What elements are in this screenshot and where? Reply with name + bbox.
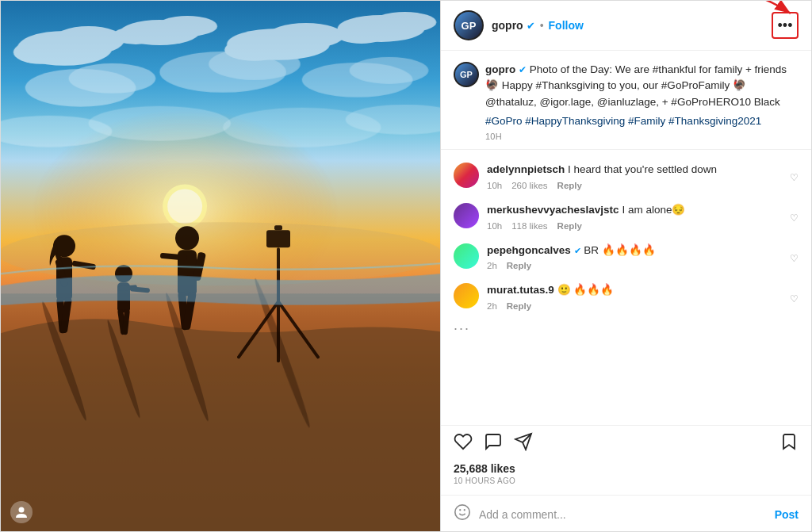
comment-body-merkushevvy: merkushevvyacheslavjstc I am alone😔 10h … xyxy=(487,203,782,231)
comment-meta-pepeh: 2h Reply xyxy=(487,261,782,270)
comment-item: adelynnpietsch I heard that you're settl… xyxy=(441,156,811,197)
red-arrow-annotation xyxy=(731,1,802,24)
reply-button-pepeh[interactable]: Reply xyxy=(507,261,531,270)
svg-point-55 xyxy=(19,507,25,513)
svg-point-18 xyxy=(350,57,429,84)
reply-button-merkushevvy[interactable]: Reply xyxy=(557,221,582,231)
dot-separator: • xyxy=(540,19,544,32)
silhouettes-svg xyxy=(1,213,440,532)
comment-username-pepeh[interactable]: pepehgoncalves xyxy=(487,244,571,256)
comment-input-area: Post xyxy=(441,495,811,532)
header-username-wrap: gopro ✔ • Follow xyxy=(492,19,765,32)
comment-likes-merkushevvy: 118 likes xyxy=(511,221,547,231)
comment-body-murat: murat.tutas.9 🙂 🔥🔥🔥 2h Reply xyxy=(487,283,782,311)
comment-text-merkushevvy: merkushevvyacheslavjstc I am alone😔 xyxy=(487,203,782,218)
pepeh-verified: ✔ xyxy=(574,246,581,255)
reply-button-adelynn[interactable]: Reply xyxy=(557,181,582,190)
post-header: GP gopro ✔ • Follow ••• xyxy=(441,1,811,51)
comments-area: adelynnpietsch I heard that you're settl… xyxy=(441,150,811,425)
comment-avatar-adelynn xyxy=(454,163,479,188)
svg-point-20 xyxy=(88,106,231,141)
comment-text-adelynn: adelynnpietsch I heard that you're settl… xyxy=(487,163,782,178)
caption-avatar: GP xyxy=(454,62,479,87)
caption-text: gopro ✔ Photo of the Day: We are #thankf… xyxy=(485,62,799,110)
comment-avatar-pepeh xyxy=(454,243,479,269)
header-username[interactable]: gopro xyxy=(492,19,523,32)
comment-like-icon-murat[interactable]: ♡ xyxy=(790,293,799,304)
like-button[interactable] xyxy=(454,432,473,456)
post-time-ago: 10 HOURS AGO xyxy=(454,477,799,485)
more-comments-ellipsis[interactable]: ··· xyxy=(441,317,811,340)
likes-count: 25,688 likes xyxy=(454,462,799,475)
svg-point-39 xyxy=(175,227,199,251)
action-bar: 25,688 likes 10 HOURS AGO xyxy=(441,425,811,495)
comment-avatar-merkushevvy xyxy=(454,203,479,228)
comment-item: pepehgoncalves ✔ BR 🔥🔥🔥🔥 2h Reply ♡ xyxy=(441,237,811,277)
svg-rect-45 xyxy=(266,231,290,248)
comment-time-pepeh: 2h xyxy=(487,261,497,270)
comment-content-adelynn: I heard that you're settled down xyxy=(568,163,717,175)
comment-meta-merkushevvy: 10h 118 likes Reply xyxy=(487,221,782,231)
svg-point-6 xyxy=(112,27,159,44)
svg-point-16 xyxy=(209,48,301,80)
caption-verified: ✔ xyxy=(519,64,527,75)
comment-like-icon-merkushevvy[interactable]: ♡ xyxy=(790,212,799,224)
caption-username[interactable]: gopro xyxy=(485,63,515,75)
svg-point-5 xyxy=(157,16,217,36)
emoji-button[interactable] xyxy=(454,503,471,525)
svg-rect-46 xyxy=(274,226,282,231)
svg-point-3 xyxy=(13,40,69,64)
comment-text-murat: murat.tutas.9 🙂 🔥🔥🔥 xyxy=(487,283,782,298)
comment-body-pepeh: pepehgoncalves ✔ BR 🔥🔥🔥🔥 2h Reply xyxy=(487,243,782,271)
comment-username-murat[interactable]: murat.tutas.9 xyxy=(487,284,554,296)
caption-time: 10h xyxy=(485,132,799,141)
comment-item: murat.tutas.9 🙂 🔥🔥🔥 2h Reply ♡ xyxy=(441,277,811,317)
comment-body-adelynn: adelynnpietsch I heard that you're settl… xyxy=(487,163,782,190)
reply-button-murat[interactable]: Reply xyxy=(507,301,531,311)
header-avatar: GP xyxy=(454,10,484,40)
action-icons xyxy=(454,432,799,456)
photo-panel xyxy=(1,1,440,532)
caption-hashtags: #GoPro #HappyThanksgiving #Family #Thank… xyxy=(485,115,799,127)
caption-body: Photo of the Day: We are #thankful for f… xyxy=(485,63,787,108)
comment-time-merkushevvy: 10h xyxy=(487,221,502,231)
svg-point-59 xyxy=(455,505,469,519)
comment-button[interactable] xyxy=(484,432,503,456)
post-comment-button[interactable]: Post xyxy=(775,508,799,521)
comment-like-icon-pepeh[interactable]: ♡ xyxy=(790,253,799,264)
follow-button[interactable]: Follow xyxy=(549,19,584,32)
comment-content-murat: 🙂 🔥🔥🔥 xyxy=(557,284,615,296)
comment-likes-adelynn: 260 likes xyxy=(511,181,547,190)
comment-time-adelynn: 10h xyxy=(487,181,502,190)
bookmark-button[interactable] xyxy=(779,432,799,456)
svg-point-12 xyxy=(336,25,387,44)
comment-item: merkushevvyacheslavjstc I am alone😔 10h … xyxy=(441,197,811,237)
comment-content-pepeh: BR 🔥🔥🔥🔥 xyxy=(584,244,656,256)
comment-meta-murat: 2h Reply xyxy=(487,301,782,311)
caption-area: GP gopro ✔ Photo of the Day: We are #tha… xyxy=(441,51,811,150)
comment-username-merkushevvy[interactable]: merkushevvyacheslavjstc xyxy=(487,204,619,216)
comment-input[interactable] xyxy=(479,508,775,521)
info-panel: GP gopro ✔ • Follow ••• xyxy=(440,1,811,532)
share-button[interactable] xyxy=(514,432,533,456)
comment-avatar-murat xyxy=(454,283,479,308)
photo-user-icon xyxy=(10,501,33,523)
comment-meta-adelynn: 10h 260 likes Reply xyxy=(487,181,782,190)
comment-username-adelynn[interactable]: adelynnpietsch xyxy=(487,163,565,175)
svg-point-14 xyxy=(68,63,155,94)
header-verified-badge: ✔ xyxy=(527,20,535,32)
comment-content-merkushevvy: I am alone😔 xyxy=(622,204,685,216)
comment-text-pepeh: pepehgoncalves ✔ BR 🔥🔥🔥🔥 xyxy=(487,243,782,258)
comment-like-icon-adelynn[interactable]: ♡ xyxy=(790,172,799,183)
comment-time-murat: 2h xyxy=(487,301,497,311)
